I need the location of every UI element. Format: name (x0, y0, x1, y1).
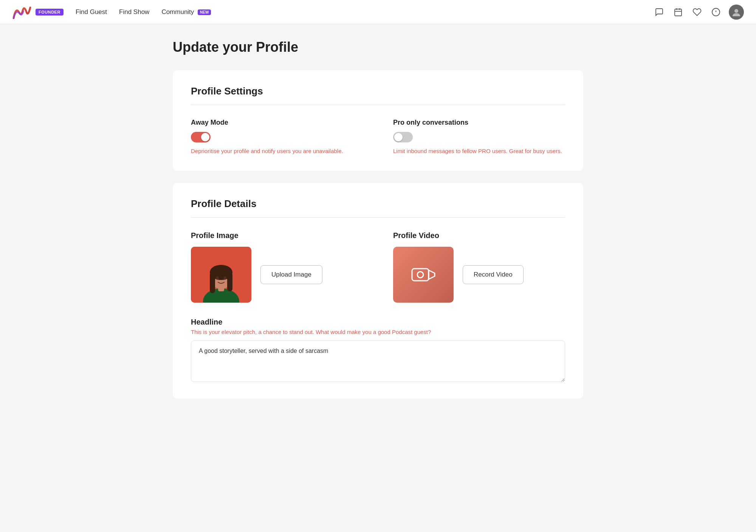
away-mode-toggle[interactable] (191, 132, 211, 142)
away-mode-setting: Away Mode Deprioritise your profile and … (191, 119, 363, 156)
profile-image-box (191, 247, 251, 303)
nav-find-show[interactable]: Find Show (119, 8, 149, 16)
avatar-icon (731, 7, 741, 17)
chat-icon (655, 8, 664, 17)
calendar-icon (674, 8, 683, 17)
profile-video-col: Profile Video Record Video (393, 231, 565, 303)
pro-conversations-description: Limit inbound messages to fellow PRO use… (393, 147, 565, 156)
svg-point-16 (223, 276, 226, 280)
headline-textarea[interactable] (191, 340, 565, 382)
heart-icon (692, 8, 702, 17)
svg-rect-0 (675, 9, 682, 16)
record-video-button[interactable]: Record Video (463, 265, 524, 284)
video-camera-icon (411, 265, 435, 285)
svg-point-18 (417, 272, 423, 278)
upload-image-button[interactable]: Upload Image (260, 265, 322, 284)
calendar-icon-button[interactable] (672, 6, 684, 18)
logo[interactable]: FOUNDER (12, 4, 64, 20)
navigation: FOUNDER Find Guest Find Show Community N… (0, 0, 756, 24)
chat-icon-button[interactable] (653, 6, 665, 18)
user-avatar[interactable] (729, 5, 744, 20)
headline-field: Headline This is your elevator pitch, a … (191, 318, 565, 384)
profile-image-col: Profile Image (191, 231, 363, 303)
svg-marker-19 (429, 270, 435, 279)
nav-links: Find Guest Find Show Community NEW (76, 8, 211, 16)
away-mode-label: Away Mode (191, 119, 363, 127)
profile-image-content: Upload Image (191, 247, 363, 303)
profile-video-label: Profile Video (393, 231, 565, 240)
profile-details-title: Profile Details (191, 198, 565, 210)
away-mode-thumb (201, 133, 209, 141)
main-content: Update your Profile Profile Settings Awa… (161, 24, 595, 441)
svg-rect-14 (227, 272, 232, 291)
profile-settings-card: Profile Settings Away Mode Deprioritise … (173, 70, 583, 171)
svg-point-7 (734, 9, 738, 13)
page-title: Update your Profile (173, 39, 583, 55)
nav-actions (653, 5, 744, 20)
svg-rect-13 (210, 272, 215, 293)
svg-rect-17 (412, 269, 429, 281)
pro-conversations-toggle[interactable] (393, 132, 413, 142)
founder-badge: FOUNDER (36, 9, 64, 15)
profile-media-row: Profile Image (191, 231, 565, 303)
info-icon-button[interactable] (710, 6, 722, 18)
headline-hint: This is your elevator pitch, a chance to… (191, 329, 565, 335)
headline-label: Headline (191, 318, 565, 326)
logo-icon (12, 4, 32, 20)
pro-conversations-setting: Pro only conversations Limit inbound mes… (393, 119, 565, 156)
heart-icon-button[interactable] (691, 6, 703, 18)
settings-row: Away Mode Deprioritise your profile and … (191, 119, 565, 156)
profile-video-content: Record Video (393, 247, 565, 303)
details-divider (191, 217, 565, 218)
pro-conversations-thumb (394, 133, 403, 141)
info-icon (711, 8, 720, 17)
svg-point-15 (216, 276, 219, 280)
profile-details-card: Profile Details Profile Image (173, 183, 583, 399)
nav-find-guest[interactable]: Find Guest (76, 8, 107, 16)
profile-settings-title: Profile Settings (191, 85, 565, 97)
settings-divider (191, 105, 565, 105)
pro-conversations-label: Pro only conversations (393, 119, 565, 127)
community-new-badge: NEW (198, 9, 211, 15)
profile-video-box (393, 247, 454, 303)
profile-image-label: Profile Image (191, 231, 363, 240)
nav-community[interactable]: Community NEW (161, 8, 211, 16)
profile-person-image (191, 247, 251, 303)
away-mode-description: Deprioritise your profile and notify use… (191, 147, 363, 156)
